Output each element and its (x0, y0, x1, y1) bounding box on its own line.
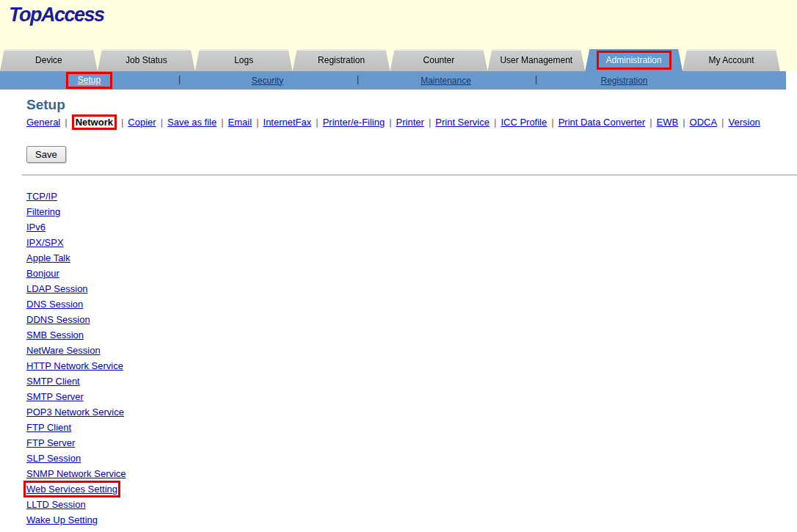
toolbar: Save (26, 146, 797, 163)
list-item: FTP Client (26, 420, 797, 435)
section-link-print-data-converter[interactable]: Print Data Converter (558, 117, 646, 128)
section-link-printer-e-filing[interactable]: Printer/e-Filing (323, 117, 385, 128)
network-link-smtp-server[interactable]: SMTP Server (26, 391, 84, 402)
tab-user-management[interactable]: User Management (487, 49, 585, 71)
page-title: Setup (26, 97, 797, 113)
section-link-ewb[interactable]: EWB (657, 117, 679, 128)
tab-counter[interactable]: Counter (390, 49, 488, 71)
separator: | (65, 117, 67, 128)
list-item: NetWare Session (26, 343, 797, 358)
tab-label: Device (32, 54, 65, 67)
tab-logs[interactable]: Logs (195, 49, 293, 71)
section-links: General|Network|Copier|Save as file|Emai… (26, 117, 797, 128)
separator: | (683, 117, 685, 128)
subnav-item-registration[interactable]: Registration (600, 76, 647, 86)
separator: | (429, 117, 431, 128)
list-item: IPX/SPX (26, 235, 797, 250)
network-link-tcp-ip[interactable]: TCP/IP (26, 191, 57, 202)
separator: | (256, 117, 258, 128)
subnav-separator: | (535, 74, 537, 84)
tab-label: Job Status (123, 54, 170, 67)
network-link-filtering[interactable]: Filtering (26, 206, 60, 217)
list-item: Filtering (26, 204, 797, 219)
tab-label: Counter (421, 54, 458, 67)
tab-my-account[interactable]: My Account (683, 49, 780, 71)
list-item: LLTD Session (26, 497, 797, 512)
subnav-cell: Setup (0, 71, 178, 90)
tab-job-status[interactable]: Job Status (98, 49, 195, 71)
list-item: Wake Up Setting (26, 512, 797, 528)
network-list: TCP/IPFilteringIPv6IPX/SPXApple TalkBonj… (26, 189, 797, 528)
list-item: FTP Server (26, 435, 797, 451)
tab-label-highlighted: Administration (597, 51, 672, 70)
section-link-save-as-file[interactable]: Save as file (167, 117, 216, 128)
list-item: SMTP Client (26, 374, 797, 389)
network-link-ipv6[interactable]: IPv6 (26, 222, 46, 233)
list-item: SMTP Server (26, 389, 797, 404)
subnav-item-security[interactable]: Security (252, 76, 283, 86)
section-link-print-service[interactable]: Print Service (435, 117, 490, 128)
list-item: DNS Session (26, 296, 797, 312)
list-item: SMB Session (26, 327, 797, 343)
network-link-dns-session[interactable]: DNS Session (26, 299, 83, 310)
save-button[interactable]: Save (26, 146, 66, 163)
network-link-netware-session[interactable]: NetWare Session (26, 345, 101, 356)
subnav-cell: Security (178, 71, 357, 90)
section-link-icc-profile[interactable]: ICC Profile (501, 117, 547, 128)
tab-label: Registration (315, 54, 368, 67)
separator: | (551, 117, 553, 128)
section-link-internetfax[interactable]: InternetFax (263, 117, 312, 128)
network-link-smb-session[interactable]: SMB Session (26, 329, 84, 340)
separator: | (221, 117, 223, 128)
tab-administration[interactable]: Administration (585, 49, 683, 71)
subnav-cell: Registration (535, 71, 713, 90)
section-link-general[interactable]: General (26, 117, 60, 128)
network-link-ldap-session[interactable]: LDAP Session (26, 283, 88, 294)
network-link-apple-talk[interactable]: Apple Talk (26, 252, 70, 263)
network-link-lltd-session[interactable]: LLTD Session (26, 499, 86, 510)
subnav-cell: Maintenance (357, 71, 535, 90)
section-link-network[interactable]: Network (72, 114, 117, 130)
list-item: SNMP Network Service (26, 466, 797, 481)
section-link-printer[interactable]: Printer (396, 117, 424, 128)
list-item: POP3 Network Service (26, 404, 797, 420)
separator: | (494, 117, 496, 128)
subnav-separator: | (357, 74, 359, 84)
section-link-version[interactable]: Version (728, 117, 760, 128)
tab-row: DeviceJob StatusLogsRegistrationCounterU… (0, 49, 797, 71)
tab-registration[interactable]: Registration (293, 49, 390, 71)
list-item: SLP Session (26, 451, 797, 466)
list-item: Apple Talk (26, 250, 797, 266)
divider (22, 175, 797, 175)
subnav-item-setup[interactable]: Setup (66, 72, 112, 89)
subnav: SetupSecurityMaintenanceRegistration||| (0, 71, 786, 90)
network-link-http-network-service[interactable]: HTTP Network Service (26, 360, 123, 371)
network-link-web-services-setting[interactable]: Web Services Setting (26, 484, 117, 495)
network-link-ftp-client[interactable]: FTP Client (26, 422, 71, 433)
tab-label: Logs (231, 54, 256, 67)
tab-bar: DeviceJob StatusLogsRegistrationCounterU… (0, 49, 780, 71)
network-link-smtp-client[interactable]: SMTP Client (26, 376, 80, 387)
list-item: LDAP Session (26, 281, 797, 296)
tab-device[interactable]: Device (0, 49, 98, 71)
network-link-ddns-session[interactable]: DDNS Session (26, 314, 90, 325)
network-link-pop3-network-service[interactable]: POP3 Network Service (26, 407, 124, 418)
section-link-email[interactable]: Email (228, 117, 252, 128)
separator: | (316, 117, 318, 128)
network-link-wake-up-setting[interactable]: Wake Up Setting (26, 514, 98, 525)
subnav-item-maintenance[interactable]: Maintenance (421, 76, 471, 86)
topaccess-logo: TopAccess (9, 4, 104, 26)
main-content: Setup General|Network|Copier|Save as fil… (0, 97, 797, 528)
network-link-ftp-server[interactable]: FTP Server (26, 437, 75, 448)
list-item: DDNS Session (26, 312, 797, 327)
list-item: HTTP Network Service (26, 358, 797, 374)
section-link-copier[interactable]: Copier (128, 117, 156, 128)
separator: | (161, 117, 163, 128)
network-link-bonjour[interactable]: Bonjour (26, 268, 59, 279)
app-header: TopAccess (0, 0, 797, 49)
separator: | (121, 117, 123, 128)
network-link-snmp-network-service[interactable]: SNMP Network Service (26, 468, 126, 479)
network-link-ipx-spx[interactable]: IPX/SPX (26, 237, 64, 248)
section-link-odca[interactable]: ODCA (690, 117, 718, 128)
network-link-slp-session[interactable]: SLP Session (26, 453, 81, 464)
